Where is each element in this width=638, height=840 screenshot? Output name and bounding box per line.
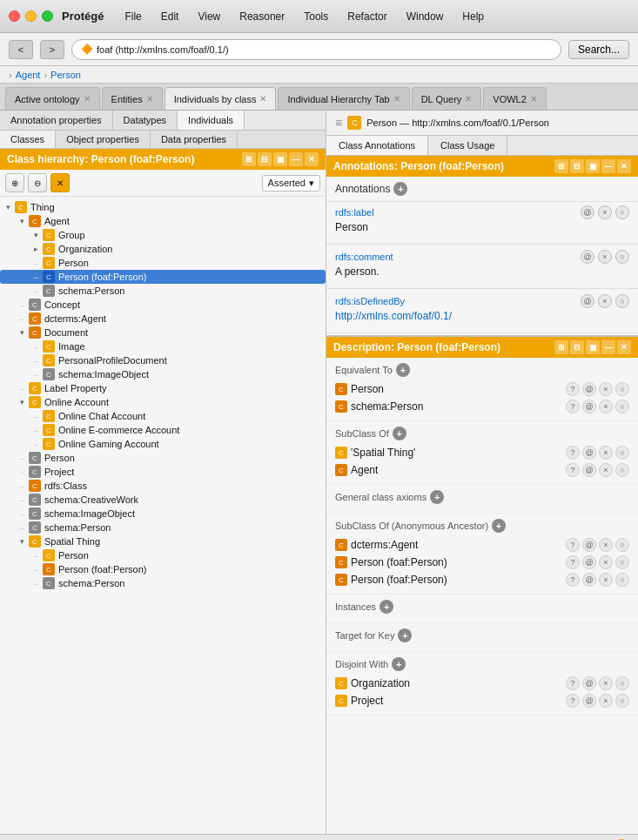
- description-action-btn[interactable]: ×: [599, 382, 613, 396]
- description-action-btn[interactable]: ×: [599, 538, 613, 552]
- description-action-btn[interactable]: ?: [566, 676, 580, 690]
- search-button[interactable]: Search...: [568, 40, 629, 59]
- desc-icon-1[interactable]: ⊞: [554, 340, 568, 354]
- description-action-btn[interactable]: ○: [615, 694, 629, 708]
- tree-item[interactable]: –COnline Chat Account: [0, 409, 326, 423]
- description-action-btn[interactable]: ?: [566, 400, 580, 413]
- description-action-btn[interactable]: ○: [615, 382, 629, 396]
- description-action-btn[interactable]: ×: [599, 446, 613, 460]
- prop-tab-object-properties[interactable]: Object properties: [56, 131, 151, 148]
- description-action-btn[interactable]: ○: [615, 573, 629, 587]
- ann-icon-2[interactable]: ⊟: [570, 159, 584, 173]
- description-action-btn[interactable]: ×: [599, 676, 613, 690]
- description-action-btn[interactable]: ?: [566, 538, 580, 552]
- annotation-value[interactable]: http://xmlns.com/foaf/0.1/: [335, 308, 629, 327]
- annotation-action-btn[interactable]: @: [581, 205, 594, 219]
- tree-item[interactable]: ▾CAgent: [0, 214, 326, 228]
- hier-icon-4[interactable]: —: [289, 152, 303, 166]
- menu-view[interactable]: View: [194, 9, 224, 24]
- description-action-btn[interactable]: @: [582, 694, 596, 708]
- ann-icon-1[interactable]: ⊞: [554, 159, 568, 173]
- add-group-item-button[interactable]: +: [398, 628, 412, 642]
- tree-item[interactable]: –CPerson: [0, 256, 326, 270]
- description-item[interactable]: COrganization?@×○: [335, 675, 629, 692]
- description-action-btn[interactable]: @: [582, 446, 596, 460]
- annotation-action-btn[interactable]: ○: [615, 294, 629, 308]
- tree-container[interactable]: ▾CThing▾CAgent▾CGroup▸COrganization–CPer…: [0, 197, 326, 834]
- menu-reasoner[interactable]: Reasoner: [236, 9, 288, 24]
- tab-close-icon[interactable]: ✕: [84, 94, 91, 104]
- description-action-btn[interactable]: ○: [615, 555, 629, 569]
- add-group-item-button[interactable]: +: [430, 490, 444, 504]
- description-item[interactable]: Cdcterms:Agent?@×○: [335, 536, 629, 554]
- tree-item[interactable]: –CLabel Property: [0, 381, 326, 395]
- tree-toggle-icon[interactable]: –: [31, 272, 40, 281]
- tree-toggle-icon[interactable]: –: [17, 314, 26, 323]
- tree-item[interactable]: –COnline Gaming Account: [0, 437, 326, 451]
- tree-toggle-icon[interactable]: –: [17, 481, 26, 490]
- top-tab-annotation-properties[interactable]: Annotation properties: [0, 111, 113, 130]
- description-action-btn[interactable]: ×: [599, 573, 613, 587]
- annotation-property-name[interactable]: rdfs:isDefinedBy: [335, 296, 405, 306]
- add-group-item-button[interactable]: +: [379, 600, 393, 614]
- tool-btn-1[interactable]: ⊕: [5, 173, 24, 192]
- tree-toggle-icon[interactable]: –: [31, 412, 40, 420]
- tree-toggle-icon[interactable]: –: [17, 467, 26, 476]
- ann-icon-3[interactable]: ▣: [586, 159, 600, 173]
- forward-button[interactable]: >: [40, 40, 64, 59]
- menu-window[interactable]: Window: [403, 9, 447, 24]
- menu-refactor[interactable]: Refactor: [344, 9, 390, 24]
- menu-help[interactable]: Help: [459, 9, 487, 24]
- tab-entities[interactable]: Entities✕: [102, 87, 163, 110]
- top-tab-individuals[interactable]: Individuals: [178, 111, 245, 130]
- tree-item[interactable]: ▾CDocument: [0, 326, 326, 339]
- menu-edit[interactable]: Edit: [158, 9, 183, 24]
- hier-icon-5[interactable]: ✕: [305, 152, 319, 166]
- tree-item[interactable]: –CPersonalProfileDocument: [0, 353, 326, 367]
- tree-item[interactable]: –Cschema:ImageObject: [0, 367, 326, 381]
- tree-toggle-icon[interactable]: –: [31, 440, 40, 448]
- tree-toggle-icon[interactable]: –: [17, 384, 26, 393]
- description-action-btn[interactable]: ?: [566, 382, 580, 396]
- description-action-btn[interactable]: ○: [615, 463, 629, 477]
- tree-item[interactable]: –Cschema:Person: [0, 284, 326, 298]
- tree-item[interactable]: ▾CSpatial Thing: [0, 534, 326, 548]
- ann-icon-4[interactable]: —: [601, 159, 615, 173]
- tree-toggle-icon[interactable]: –: [31, 565, 40, 574]
- right-tab-class-annotations[interactable]: Class Annotations: [326, 136, 428, 155]
- desc-icon-2[interactable]: ⊟: [570, 340, 584, 354]
- breadcrumb-agent[interactable]: Agent: [16, 70, 41, 80]
- description-item[interactable]: CPerson?@×○: [335, 380, 629, 398]
- tree-toggle-icon[interactable]: –: [31, 426, 40, 434]
- ann-icon-5[interactable]: ✕: [617, 159, 631, 173]
- description-item[interactable]: CAgent?@×○: [335, 461, 629, 479]
- tool-btn-2[interactable]: ⊖: [28, 173, 47, 192]
- annotation-action-btn[interactable]: ×: [598, 294, 612, 308]
- tree-item[interactable]: –CPerson (foaf:Person): [0, 270, 326, 284]
- tree-item[interactable]: –Cschema:CreativeWork: [0, 493, 326, 507]
- description-item[interactable]: C'Spatial Thing'?@×○: [335, 444, 629, 461]
- fullscreen-button[interactable]: [42, 10, 53, 22]
- close-button[interactable]: [9, 10, 20, 22]
- tree-item[interactable]: –Cschema:Person: [0, 521, 326, 534]
- description-action-btn[interactable]: @: [582, 382, 596, 396]
- annotation-action-btn[interactable]: ×: [598, 250, 612, 264]
- right-tab-class-usage[interactable]: Class Usage: [428, 136, 507, 155]
- description-action-btn[interactable]: ?: [566, 573, 580, 587]
- tree-item[interactable]: –CPerson: [0, 548, 326, 562]
- tree-item[interactable]: ▾CThing: [0, 200, 326, 214]
- annotation-action-btn[interactable]: ○: [615, 205, 629, 219]
- tree-toggle-icon[interactable]: –: [31, 342, 40, 351]
- tree-toggle-icon[interactable]: ▾: [17, 328, 26, 337]
- tree-item[interactable]: –CConcept: [0, 298, 326, 312]
- desc-icon-5[interactable]: ✕: [617, 340, 631, 354]
- tree-toggle-icon[interactable]: –: [17, 495, 26, 504]
- tree-item[interactable]: –Cschema:Person: [0, 576, 326, 590]
- tree-item[interactable]: ▾CGroup: [0, 228, 326, 242]
- tree-item[interactable]: –Cschema:ImageObject: [0, 507, 326, 521]
- description-action-btn[interactable]: @: [582, 676, 596, 690]
- annotation-property-name[interactable]: rdfs:comment: [335, 252, 393, 262]
- annotation-action-btn[interactable]: @: [581, 250, 594, 264]
- description-action-btn[interactable]: ○: [615, 446, 629, 460]
- tree-toggle-icon[interactable]: –: [31, 551, 40, 560]
